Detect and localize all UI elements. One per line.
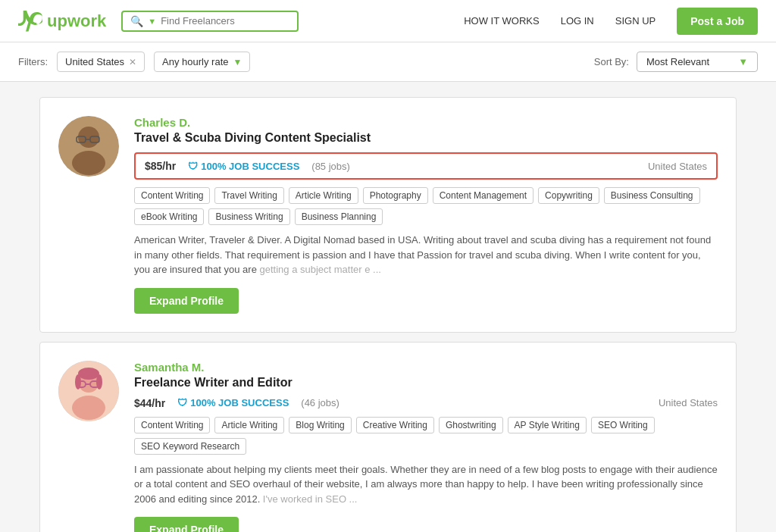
skill-tag[interactable]: Content Management <box>433 187 534 204</box>
search-icon: 🔍 <box>130 15 143 27</box>
location-filter-value: United States <box>65 56 124 67</box>
rate-filter-chevron[interactable]: ▼ <box>233 57 242 67</box>
sort-select[interactable]: Most Relevant ▼ <box>637 52 758 72</box>
skill-tag[interactable]: Business Consulting <box>604 187 700 204</box>
job-success-label-charles: 100% JOB SUCCESS <box>201 161 299 172</box>
skills-samantha: Content Writing Article Writing Blog Wri… <box>134 417 718 455</box>
skill-tag[interactable]: Business Writing <box>208 208 289 225</box>
rate-samantha: $44/hr <box>134 397 165 409</box>
skill-tag[interactable]: Travel Writing <box>214 187 283 204</box>
expand-profile-button-charles[interactable]: Expand Profile <box>134 288 239 314</box>
sort-section: Sort By: Most Relevant ▼ <box>594 52 758 72</box>
logo[interactable]: upwork <box>18 11 106 32</box>
location-filter[interactable]: United States ✕ <box>57 52 145 72</box>
skill-tag[interactable]: Content Writing <box>134 417 210 433</box>
job-success-samantha: 🛡 100% JOB SUCCESS <box>177 397 289 408</box>
rate-filter-value: Any hourly rate <box>162 56 228 67</box>
stats-row-samantha: $44/hr 🛡 100% JOB SUCCESS (46 jobs) Unit… <box>134 397 718 409</box>
skill-tag[interactable]: Photography <box>363 187 428 204</box>
freelancer-card-charles: Charles D. Travel & Scuba Diving Content… <box>39 97 737 333</box>
skills-charles: Content Writing Travel Writing Article W… <box>134 187 718 225</box>
freelancer-card-samantha: Samantha M. Freelance Writer and Editor … <box>39 342 737 533</box>
skill-tag[interactable]: Creative Writing <box>356 417 434 433</box>
description-charles: American Writer, Traveler & Diver. A Dig… <box>134 233 718 277</box>
svg-point-1 <box>78 127 99 148</box>
skill-tag[interactable]: Copywriting <box>538 187 599 204</box>
freelancer-name-samantha[interactable]: Samantha M. <box>134 361 718 374</box>
filters-label: Filters: <box>18 56 48 67</box>
search-dropdown-arrow[interactable]: ▼ <box>148 17 156 26</box>
logo-text: upwork <box>47 11 106 31</box>
nav-sign-up[interactable]: SIGN UP <box>615 15 656 27</box>
skill-tag[interactable]: AP Style Writing <box>508 417 587 433</box>
freelancer-title-samantha: Freelance Writer and Editor <box>134 376 718 390</box>
jobs-count-charles: (85 jobs) <box>311 161 350 172</box>
freelancer-name-charles[interactable]: Charles D. <box>134 116 718 129</box>
search-bar[interactable]: 🔍 ▼ <box>121 11 299 32</box>
skill-tag[interactable]: SEO Writing <box>591 417 655 433</box>
location-samantha: United States <box>659 397 718 408</box>
shield-icon-samantha: 🛡 <box>177 397 187 408</box>
skill-tag[interactable]: Blog Writing <box>289 417 351 433</box>
skill-tag[interactable]: SEO Keyword Research <box>134 438 246 455</box>
shield-icon-charles: 🛡 <box>188 161 198 172</box>
svg-point-8 <box>72 396 105 420</box>
skill-tag[interactable]: Ghostwriting <box>439 417 503 433</box>
skill-tag[interactable]: Business Planning <box>295 208 383 225</box>
skill-tag[interactable]: eBook Writing <box>134 208 204 225</box>
nav: HOW IT WORKS LOG IN SIGN UP Post a Job <box>464 8 758 35</box>
avatar-charles <box>58 116 119 177</box>
sort-chevron[interactable]: ▼ <box>738 56 748 67</box>
search-input[interactable] <box>161 15 289 27</box>
skill-tag[interactable]: Article Writing <box>214 417 284 433</box>
expand-profile-button-samantha[interactable]: Expand Profile <box>134 517 239 532</box>
avatar-samantha <box>58 361 119 421</box>
location-charles: United States <box>648 161 707 172</box>
card-body-samantha: Samantha M. Freelance Writer and Editor … <box>134 361 718 533</box>
svg-point-13 <box>75 374 81 390</box>
post-job-button[interactable]: Post a Job <box>677 8 758 35</box>
svg-point-14 <box>96 374 102 390</box>
description-samantha: I am passionate about helping my clients… <box>134 462 718 507</box>
rate-filter[interactable]: Any hourly rate ▼ <box>154 52 250 72</box>
jobs-count-samantha: (46 jobs) <box>301 397 340 408</box>
sort-value: Most Relevant <box>646 56 709 67</box>
sort-label: Sort By: <box>594 56 629 67</box>
skill-tag[interactable]: Content Writing <box>134 187 210 204</box>
job-success-label-samantha: 100% JOB SUCCESS <box>190 397 289 408</box>
header: upwork 🔍 ▼ HOW IT WORKS LOG IN SIGN UP P… <box>0 0 776 42</box>
svg-point-12 <box>78 368 99 380</box>
main-content: Charles D. Travel & Scuba Diving Content… <box>39 97 737 532</box>
nav-log-in[interactable]: LOG IN <box>561 15 594 27</box>
nav-how-it-works[interactable]: HOW IT WORKS <box>464 15 539 27</box>
location-filter-close[interactable]: ✕ <box>129 57 136 67</box>
rate-charles: $85/hr <box>145 160 176 172</box>
freelancer-title-charles: Travel & Scuba Diving Content Specialist <box>134 131 718 145</box>
job-success-charles: 🛡 100% JOB SUCCESS <box>188 161 299 172</box>
card-body-charles: Charles D. Travel & Scuba Diving Content… <box>134 116 718 314</box>
stats-row-charles: $85/hr 🛡 100% JOB SUCCESS (85 jobs) Unit… <box>134 152 718 180</box>
skill-tag[interactable]: Article Writing <box>289 187 358 204</box>
svg-point-2 <box>72 151 105 175</box>
filters-bar: Filters: United States ✕ Any hourly rate… <box>0 42 776 82</box>
